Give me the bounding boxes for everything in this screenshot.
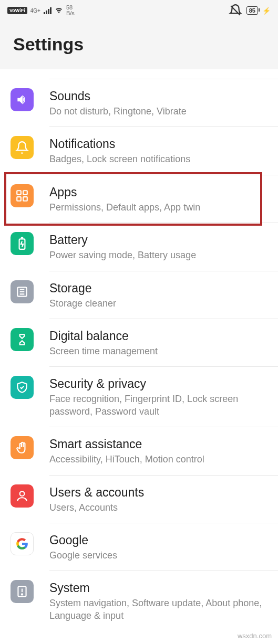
svg-rect-2 (17, 197, 21, 201)
item-title: Apps (49, 185, 267, 199)
settings-item-system[interactable]: System System navigation, Software updat… (0, 571, 278, 631)
item-title: Digital balance (49, 329, 267, 343)
item-title: Notifications (49, 137, 267, 151)
item-subtitle: Face recognition, Fingerprint ID, Lock s… (49, 393, 267, 418)
network-label: 4G+ (30, 8, 40, 14)
item-subtitle: Permissions, Default apps, App twin (49, 202, 267, 214)
item-title: System (49, 581, 267, 595)
settings-item-google[interactable]: Google Google services (0, 523, 278, 571)
settings-item-security[interactable]: Security & privacy Face recognition, Fin… (0, 367, 278, 427)
svg-rect-0 (17, 191, 21, 195)
settings-item-sounds[interactable]: Sounds Do not disturb, Ringtone, Vibrate (0, 79, 278, 126)
item-subtitle: Do not disturb, Ringtone, Vibrate (49, 105, 267, 118)
hourglass-icon (11, 328, 34, 351)
wifi-icon (55, 6, 63, 15)
svg-point-8 (22, 594, 23, 595)
hand-icon (11, 436, 34, 459)
battery-indicator: 85 (246, 6, 258, 15)
apps-icon (11, 184, 34, 207)
google-icon (11, 532, 34, 555)
settings-item-battery[interactable]: Battery Power saving mode, Battery usage (0, 223, 278, 270)
status-bar: VoWiFi 4G+ 58 B/s 85 ⚡ (0, 0, 278, 21)
svg-point-6 (20, 491, 25, 496)
mute-icon (229, 4, 242, 17)
item-title: Sounds (49, 89, 267, 103)
settings-list[interactable]: Sounds Do not disturb, Ringtone, Vibrate… (0, 79, 278, 631)
charging-icon: ⚡ (262, 7, 271, 15)
page-title: Settings (13, 34, 265, 55)
svg-rect-3 (23, 197, 27, 201)
item-title: Battery (49, 233, 267, 247)
shield-icon (11, 376, 34, 399)
watermark: wsxdn.com (238, 632, 272, 640)
settings-item-digital-balance[interactable]: Digital balance Screen time management (0, 319, 278, 366)
sounds-icon (11, 88, 34, 111)
notifications-icon (11, 136, 34, 159)
item-subtitle: Power saving mode, Battery usage (49, 249, 267, 261)
settings-item-notifications[interactable]: Notifications Badges, Lock screen notifi… (0, 127, 278, 174)
item-title: Storage (49, 281, 267, 295)
svg-rect-1 (23, 191, 27, 195)
item-title: Google (49, 533, 267, 547)
item-subtitle: Screen time management (49, 345, 267, 357)
settings-item-users[interactable]: Users & accounts Users, Accounts (0, 476, 278, 523)
data-speed: 58 B/s (66, 5, 75, 16)
settings-item-storage[interactable]: Storage Storage cleaner (0, 271, 278, 319)
signal-icon (44, 7, 52, 14)
item-subtitle: Storage cleaner (49, 298, 267, 310)
item-title: Security & privacy (49, 377, 267, 391)
item-subtitle: Google services (49, 550, 267, 562)
item-title: Smart assistance (49, 437, 267, 451)
storage-icon (11, 280, 34, 303)
item-subtitle: Accessibility, HiTouch, Motion control (49, 453, 267, 466)
battery-icon (11, 232, 34, 255)
settings-item-smart-assistance[interactable]: Smart assistance Accessibility, HiTouch,… (0, 427, 278, 474)
system-icon (11, 580, 34, 603)
item-subtitle: Users, Accounts (49, 502, 267, 514)
item-subtitle: Badges, Lock screen notifications (49, 153, 267, 165)
item-subtitle: System navigation, Software update, Abou… (49, 597, 267, 622)
settings-item-apps[interactable]: Apps Permissions, Default apps, App twin (0, 175, 278, 223)
speed-unit: B/s (66, 10, 75, 16)
user-icon (11, 484, 34, 508)
status-right: 85 ⚡ (229, 4, 271, 17)
item-title: Users & accounts (49, 485, 267, 500)
vowifi-badge: VoWiFi (7, 7, 27, 14)
status-left: VoWiFi 4G+ 58 B/s (7, 5, 75, 16)
header: Settings (0, 21, 278, 69)
